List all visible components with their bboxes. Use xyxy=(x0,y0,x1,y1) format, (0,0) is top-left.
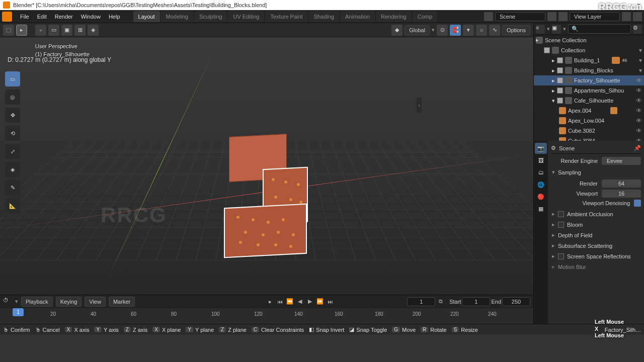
playhead-marker[interactable]: 1 xyxy=(13,308,24,316)
timeline-editor-icon[interactable]: ⏱ xyxy=(3,297,12,306)
tab-comp[interactable]: Comp xyxy=(413,11,437,22)
motionblur-section[interactable]: ▸Motion Blur xyxy=(551,261,641,272)
viewlayer-delete-icon[interactable] xyxy=(633,12,642,21)
menu-edit[interactable]: Edit xyxy=(33,12,51,22)
menu-help[interactable]: Help xyxy=(105,12,124,22)
eye-icon[interactable]: 👁 xyxy=(636,77,642,84)
tool-annotate[interactable]: ✎ xyxy=(5,180,20,195)
jump-start-icon[interactable]: ⏮ xyxy=(275,297,284,306)
eye-icon[interactable]: 👁 xyxy=(636,87,642,94)
timeline-view-menu[interactable]: View xyxy=(85,297,106,307)
scene-new-icon[interactable] xyxy=(547,12,556,21)
jump-prev-key-icon[interactable]: ⏪ xyxy=(285,297,294,306)
timeline-keying-menu[interactable]: Keying xyxy=(56,297,82,307)
tool-scale[interactable]: ⤢ xyxy=(5,144,20,159)
start-frame-field[interactable]: 1 xyxy=(462,297,490,306)
autokey-icon[interactable]: ● xyxy=(265,297,274,306)
outliner-tree[interactable]: ▸Scene Collection Collection▾ ▸Building_… xyxy=(534,35,644,141)
bloom-section[interactable]: ▸Bloom xyxy=(551,219,641,230)
tab-rendering[interactable]: Rendering xyxy=(376,11,412,22)
timeline-marker-menu[interactable]: Marker xyxy=(109,297,135,307)
checkbox[interactable] xyxy=(557,67,563,73)
tool-select-box[interactable]: ▭ xyxy=(5,71,20,86)
viewlayer-new-icon[interactable] xyxy=(622,12,631,21)
ssr-section[interactable]: ▸Screen Space Reflections xyxy=(551,251,641,261)
tab-shading[interactable]: Shading xyxy=(309,11,339,22)
outliner-filter-toggle-icon[interactable]: ⚙ xyxy=(633,25,642,34)
checkbox[interactable] xyxy=(557,77,563,83)
sampling-section-header[interactable]: ▾Sampling xyxy=(551,167,641,177)
checkbox[interactable] xyxy=(557,98,563,104)
viewlayer-browse-icon[interactable] xyxy=(558,12,568,21)
proportional-icon[interactable]: ○ xyxy=(476,25,487,36)
checkbox[interactable] xyxy=(544,47,550,53)
prop-tab-world[interactable]: 🔴 xyxy=(535,191,547,202)
scene-name-field[interactable]: Scene xyxy=(495,12,545,21)
sss-section[interactable]: ▸Subsurface Scattering xyxy=(551,240,641,251)
checkbox[interactable] xyxy=(558,211,564,217)
tab-layout[interactable]: Layout xyxy=(133,11,160,22)
pivot-icon[interactable]: ⊙ xyxy=(437,25,448,36)
prop-tab-render[interactable]: 📷 xyxy=(535,143,547,154)
tab-uvediting[interactable]: UV Editing xyxy=(228,11,264,22)
denoising-checkbox[interactable] xyxy=(634,200,641,207)
prop-tab-output[interactable]: 🖼 xyxy=(535,155,547,166)
jump-end-icon[interactable]: ⏭ xyxy=(326,297,335,306)
eye-icon[interactable]: 👁 xyxy=(636,107,642,114)
orientation-icon[interactable]: ◆ xyxy=(391,25,403,36)
prop-tab-viewlayer[interactable]: 🗂 xyxy=(535,167,547,178)
options-dropdown[interactable]: Options xyxy=(502,25,530,35)
menu-file[interactable]: File xyxy=(16,12,33,22)
menu-window[interactable]: Window xyxy=(77,12,105,22)
checkbox[interactable] xyxy=(558,253,564,259)
tool-cursor[interactable]: ◎ xyxy=(5,89,20,105)
prop-tab-object[interactable]: ▦ xyxy=(535,203,547,214)
outliner-filter-icon[interactable]: ▣ xyxy=(552,25,561,34)
chevron-down-icon[interactable]: ▾ xyxy=(639,47,642,54)
eye-icon[interactable]: 👁 xyxy=(636,97,642,104)
viewlayer-name-field[interactable]: View Layer xyxy=(570,12,620,21)
tab-texturepaint[interactable]: Texture Paint xyxy=(265,11,307,22)
current-frame-field[interactable]: 1 xyxy=(407,297,435,306)
blender-icon[interactable] xyxy=(2,12,12,22)
select-mode-face[interactable]: ▣ xyxy=(61,25,72,36)
snap-type-icon[interactable]: ▾ xyxy=(463,25,474,36)
checkbox[interactable] xyxy=(557,57,563,63)
preview-range-icon[interactable]: ⧉ xyxy=(436,297,445,306)
tab-animation[interactable]: Animation xyxy=(340,11,375,22)
menu-render[interactable]: Render xyxy=(51,12,77,22)
pin-icon[interactable]: 📌 xyxy=(634,145,641,151)
end-frame-field[interactable]: 250 xyxy=(502,297,530,306)
checkbox[interactable] xyxy=(558,222,564,228)
tool-move[interactable]: ✥ xyxy=(5,108,20,123)
tool-transform[interactable]: ◈ xyxy=(5,162,20,177)
scene-browse-icon[interactable] xyxy=(484,12,493,21)
3d-viewport[interactable]: D: 0.2727 m (0.2727 m) along global Y Us… xyxy=(0,37,533,295)
n-panel-toggle[interactable]: ‹ xyxy=(417,98,422,113)
tab-sculpting[interactable]: Sculpting xyxy=(194,11,227,22)
prop-tab-scene[interactable]: 🌐 xyxy=(535,179,547,190)
tool-measure[interactable]: 📐 xyxy=(5,198,20,213)
tab-modeling[interactable]: Modeling xyxy=(161,11,194,22)
play-reverse-icon[interactable]: ◀ xyxy=(295,297,304,306)
viewport-samples-field[interactable]: 16 xyxy=(602,190,641,198)
snap-toggle-icon[interactable]: 🧲 xyxy=(450,25,461,36)
checkbox[interactable] xyxy=(557,87,563,94)
select-mode-extend[interactable]: ⊞ xyxy=(74,25,86,36)
select-mode-all[interactable]: ◈ xyxy=(88,25,99,36)
chevron-down-icon[interactable]: ▾ xyxy=(639,57,642,64)
timeline-playback-menu[interactable]: Playback xyxy=(21,297,53,307)
dof-section[interactable]: ▸Depth of Field xyxy=(551,230,641,240)
mode-select-icon[interactable]: ⬚ xyxy=(3,25,14,36)
orientation-dropdown[interactable]: Global xyxy=(405,25,430,35)
render-samples-field[interactable]: 64 xyxy=(602,179,641,188)
tool-rotate[interactable]: ⟲ xyxy=(5,126,20,141)
eye-icon[interactable]: 👁 xyxy=(636,117,642,124)
timeline-track[interactable]: 1 20 40 60 80 100 120 140 160 180 200 22… xyxy=(0,308,533,324)
eye-icon[interactable]: 👁 xyxy=(636,127,642,134)
ao-section[interactable]: ▸Ambient Occlusion xyxy=(551,209,641,219)
eye-icon[interactable]: 👁 xyxy=(636,137,642,141)
chevron-down-icon[interactable]: ▾ xyxy=(639,67,642,74)
outliner-display-mode-icon[interactable]: ≡ xyxy=(536,25,545,34)
play-icon[interactable]: ▶ xyxy=(305,297,314,306)
